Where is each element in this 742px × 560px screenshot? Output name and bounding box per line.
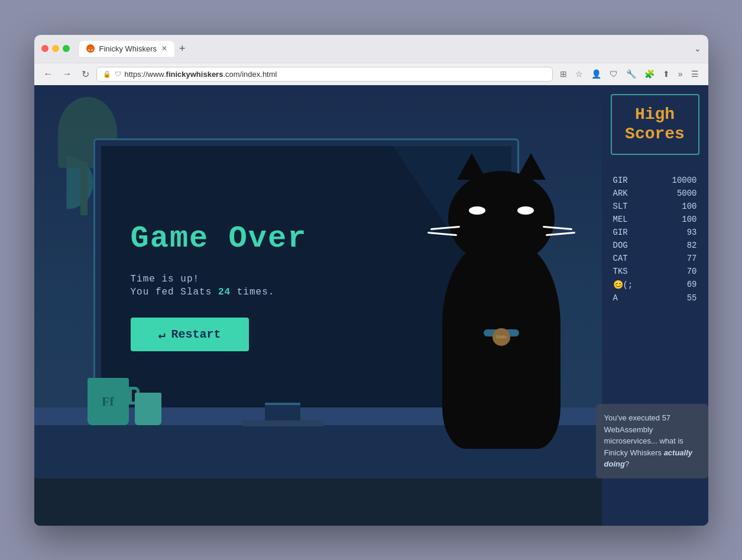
cat-body: Slats [442,242,560,449]
more-tools-button[interactable]: » [676,68,685,80]
score-value: 93 [687,228,697,237]
collar-tag-text: Slats [496,334,507,339]
tooltip-text: You've executed 57 WebAssembly microserv… [604,413,693,468]
minimize-button[interactable] [52,45,59,52]
cat: Slats [419,195,584,449]
whisker-left-bottom [427,231,456,235]
browser-tabs: 🦊 Finicky Whiskers ✕ + [79,41,689,57]
score-name: TKS [613,267,643,276]
score-value: 82 [687,241,697,250]
score-row: CAT77 [611,252,699,265]
score-name: DOG [613,241,643,250]
cup2 [135,393,161,425]
game-area: Game Over Time is up! You fed Slats 24 t… [34,85,602,526]
score-value: 55 [687,293,697,303]
star-icon[interactable]: ☆ [573,68,585,80]
tab-title: Finicky Whiskers [99,44,157,53]
scores-list: GIR10000ARK5000SLT100MEL100GIR93DOG82CAT… [611,174,699,305]
fed-count: 24 [218,287,231,297]
browser-titlebar: 🦊 Finicky Whiskers ✕ + ⌄ [34,35,708,63]
browser-window: 🦊 Finicky Whiskers ✕ + ⌄ ← → ↻ 🔒 🛡 https… [34,35,708,526]
score-value: 70 [687,267,697,276]
url-bar[interactable]: 🔒 🛡 https://www.finickywhiskers.com/inde… [96,67,553,82]
shield-button[interactable]: 🛡 [607,68,620,80]
tab-close-button[interactable]: ✕ [161,44,167,53]
nav-actions: ⊞ ☆ 👤 🛡 🔧 🧩 ⬆ » ☰ [558,68,701,80]
collar-tag: Slats [492,328,510,346]
whisker-right-bottom [545,231,575,235]
restart-button[interactable]: ↵ Restart [131,318,249,351]
browser-menu-button[interactable]: ⌄ [694,44,701,53]
score-value: 10000 [672,176,696,185]
url-text: https://www.finickywhiskers.com/index.ht… [125,70,277,79]
tab-favicon: 🦊 [86,44,95,53]
score-name: CAT [613,254,643,263]
grid-icon[interactable]: ⊞ [558,68,569,80]
cat-eye-left [469,206,485,215]
score-row: DOG82 [611,239,699,252]
score-value: 5000 [677,189,697,198]
monitor-base [241,420,324,426]
traffic-lights [41,45,70,52]
score-name: A [613,293,643,303]
firefox-account-icon[interactable]: 👤 [589,68,604,80]
maximize-button[interactable] [63,45,70,52]
score-row: MEL100 [611,213,699,226]
score-row: TKS70 [611,265,699,278]
floor [34,478,602,526]
score-row: GIR93 [611,226,699,239]
score-row: A55 [611,292,699,305]
browser-tab-active[interactable]: 🦊 Finicky Whiskers ✕ [79,41,175,57]
score-value: 69 [687,280,697,289]
puzzle-icon[interactable]: 🧩 [642,68,657,80]
score-value: 77 [687,254,697,263]
cat-head [448,171,555,266]
wrench-icon[interactable]: 🔧 [624,68,639,80]
score-row: ARK5000 [611,187,699,200]
score-row: SLT100 [611,200,699,213]
score-row: 😊(;69 [611,278,699,292]
restart-label: Restart [171,328,221,341]
tooltip-popup: You've executed 57 WebAssembly microserv… [596,404,708,478]
high-scores-box: HighScores [611,94,699,155]
score-name: GIR [613,228,643,237]
upload-icon[interactable]: ⬆ [660,68,672,80]
score-name: 😊(; [613,280,643,290]
lock-icon: 🔒 [103,70,111,78]
forward-button[interactable]: → [60,67,74,80]
shield-icon: 🛡 [115,70,121,77]
score-name: SLT [613,202,643,211]
fed-text-pre: You fed Slats [131,287,218,297]
whisker-left-top [430,225,459,229]
lamp-arm [80,162,88,215]
hamburger-menu[interactable]: ☰ [689,68,701,80]
score-name: GIR [613,176,643,185]
restart-icon: ↵ [158,327,165,342]
mug: Ff [88,378,129,425]
score-name: ARK [613,189,643,198]
high-scores-title: HighScores [619,105,691,144]
mug-logo: Ff [102,394,114,409]
score-value: 100 [682,202,696,211]
score-value: 100 [682,215,696,224]
whisker-right-top [542,225,572,229]
back-button[interactable]: ← [41,67,56,80]
browser-navbar: ← → ↻ 🔒 🛡 https://www.finickywhiskers.co… [34,63,708,85]
cat-eye-right [517,206,534,215]
fed-text-post: times. [231,287,274,297]
cat-ear-right [516,153,546,180]
refresh-button[interactable]: ↻ [79,67,92,81]
close-button[interactable] [41,45,48,52]
game-content: Game Over Time is up! You fed Slats 24 t… [34,85,708,526]
new-tab-button[interactable]: + [179,43,186,55]
cat-ear-left [457,153,487,180]
high-scores-panel: HighScores GIR10000ARK5000SLT100MEL100GI… [602,85,708,526]
score-name: MEL [613,215,643,224]
browser-chrome: 🦊 Finicky Whiskers ✕ + ⌄ ← → ↻ 🔒 🛡 https… [34,35,708,85]
score-row: GIR10000 [611,174,699,187]
